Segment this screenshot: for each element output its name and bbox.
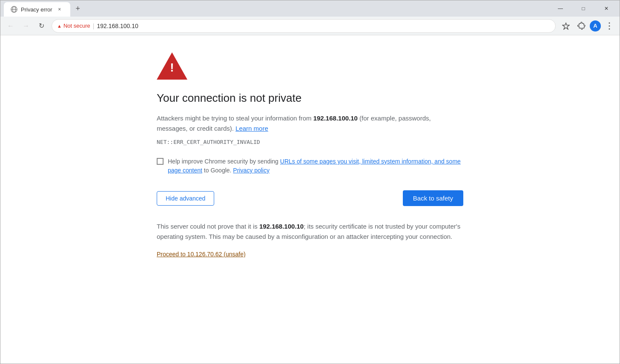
profile-avatar[interactable]: A: [590, 20, 601, 32]
new-tab-button[interactable]: +: [72, 3, 84, 14]
checkbox-before: Help improve Chrome security by sending: [168, 158, 280, 165]
bookmark-icon[interactable]: [559, 19, 573, 33]
toolbar-actions: A: [559, 19, 616, 33]
forward-button[interactable]: →: [19, 19, 33, 33]
description-before: Attackers might be trying to steal your …: [157, 115, 313, 122]
privacy-checkbox[interactable]: [157, 158, 164, 165]
checkbox-row: Help improve Chrome security by sending …: [157, 157, 463, 175]
hide-advanced-button[interactable]: Hide advanced: [157, 191, 214, 206]
learn-more-link[interactable]: Learn more: [235, 125, 268, 132]
tab-favicon-icon: [11, 6, 17, 13]
title-bar-left: Privacy error × +: [4, 0, 84, 17]
description-host: 192.168.100.10: [313, 115, 358, 122]
not-secure-badge: Not secure: [57, 23, 90, 29]
back-to-safety-button[interactable]: Back to safety: [403, 190, 463, 206]
svg-point-5: [609, 25, 610, 26]
maximize-button[interactable]: □: [574, 2, 593, 15]
error-description: Attackers might be trying to steal your …: [157, 113, 463, 134]
svg-marker-3: [563, 23, 569, 29]
proceed-link[interactable]: Proceed to 10.126.70.62 (unsafe): [157, 251, 246, 258]
close-button[interactable]: ✕: [597, 2, 616, 15]
page-content: Your connection is not private Attackers…: [0, 35, 620, 364]
checkbox-after: to Google.: [202, 167, 232, 174]
error-container: Your connection is not private Attackers…: [157, 52, 463, 347]
warning-triangle-icon: [157, 52, 187, 80]
advanced-host: 192.168.100.10: [259, 223, 304, 230]
toolbar: ← → ↻ Not secure | 192.168.100.10: [0, 17, 620, 35]
button-row: Hide advanced Back to safety: [157, 190, 463, 206]
error-title: Your connection is not private: [157, 92, 463, 105]
not-secure-label: Not secure: [63, 23, 90, 29]
back-button[interactable]: ←: [4, 19, 17, 33]
checkbox-label: Help improve Chrome security by sending …: [168, 157, 463, 175]
address-separator: |: [93, 23, 95, 29]
minimize-button[interactable]: —: [551, 2, 570, 15]
title-bar: Privacy error × + — □ ✕: [0, 0, 620, 17]
tab-close-button[interactable]: ×: [56, 6, 63, 13]
menu-button[interactable]: [603, 19, 616, 33]
advanced-text-before: This server could not prove that it is: [157, 223, 259, 230]
address-url: 192.168.100.10: [97, 23, 138, 29]
address-bar[interactable]: Not secure | 192.168.100.10: [52, 19, 556, 33]
error-code: NET::ERR_CERT_AUTHORITY_INVALID: [157, 139, 463, 145]
reload-button[interactable]: ↻: [34, 19, 48, 33]
privacy-policy-link[interactable]: Privacy policy: [233, 167, 270, 174]
warning-icon-wrap: [157, 52, 463, 81]
active-tab[interactable]: Privacy error ×: [4, 2, 70, 17]
browser-window: Privacy error × + — □ ✕ ← → ↻ Not secure…: [0, 0, 620, 364]
svg-point-4: [609, 22, 610, 23]
extension-icon[interactable]: [574, 19, 588, 33]
advanced-text: This server could not prove that it is 1…: [157, 221, 463, 242]
window-controls: — □ ✕: [551, 2, 616, 15]
tab-title: Privacy error: [21, 6, 52, 13]
svg-point-6: [609, 28, 610, 29]
